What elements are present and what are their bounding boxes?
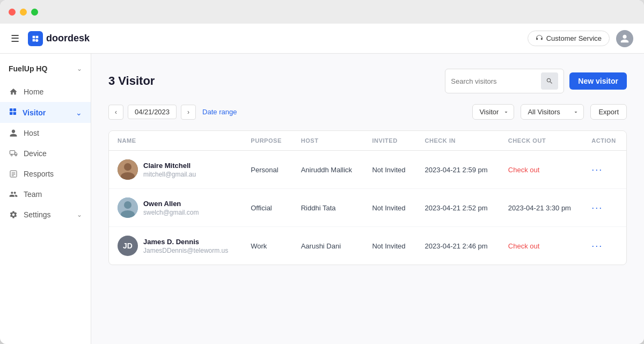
sidebar-item-team[interactable]: Team	[0, 184, 91, 204]
visitor-icon	[9, 107, 17, 118]
host-label: Host	[24, 129, 39, 137]
reports-icon	[9, 169, 18, 179]
visitor-name: Claire Mitchell	[143, 162, 196, 170]
close-button[interactable]	[9, 9, 16, 16]
svg-rect-2	[10, 112, 12, 115]
customer-service-button[interactable]: Customer Service	[528, 31, 610, 46]
action-cell[interactable]: ···	[583, 189, 626, 227]
svg-rect-7	[10, 171, 17, 177]
date-range-link[interactable]: Date range	[202, 108, 237, 116]
titlebar	[0, 0, 644, 24]
visitor-chevron-icon: ⌄	[76, 108, 82, 117]
visitor-cell: JD James D. Dennis JamesDDennis@teleworm…	[118, 236, 233, 256]
purpose-cell: Official	[242, 189, 292, 227]
checkout-cell[interactable]: Check out	[500, 151, 583, 189]
workspace-name: FuelUp HQ	[9, 64, 47, 73]
settings-label: Settings	[24, 210, 51, 219]
nav-right: Customer Service	[528, 30, 633, 47]
checkout-link[interactable]: Check out	[508, 166, 540, 174]
more-button[interactable]: ···	[591, 240, 603, 252]
app-container: ☰ doordesk Customer Service	[0, 24, 644, 344]
col-checkin: CHECK IN	[416, 131, 500, 151]
search-button[interactable]	[541, 72, 558, 90]
avatar: JD	[118, 236, 138, 256]
search-box	[445, 69, 564, 93]
visitor-type-select[interactable]: Visitor Host	[472, 104, 514, 120]
sidebar: FuelUp HQ ⌄ Home	[0, 54, 91, 344]
next-date-button[interactable]: ›	[181, 105, 196, 120]
hamburger-icon[interactable]: ☰	[11, 33, 19, 45]
invited-cell: Not Invited	[363, 151, 416, 189]
sidebar-item-host[interactable]: Host	[0, 123, 91, 143]
search-icon	[546, 77, 553, 85]
visitor-cell: Claire Mitchell mitchell@gmail.au	[118, 159, 233, 180]
visitor-table: NAME PURPOSE HOST INVITED CHECK IN CHECK…	[109, 131, 626, 265]
checkout-cell: 2023-04-21 3:30 pm	[500, 189, 583, 227]
sidebar-item-device[interactable]: Device	[0, 143, 91, 164]
checkin-cell: 2023-04-21 2:59 pm	[416, 151, 500, 189]
host-cell: Aarushi Dani	[292, 227, 364, 265]
visitor-email: swelch@gmail.com	[143, 209, 199, 216]
search-input[interactable]	[451, 77, 537, 85]
export-button[interactable]: Export	[590, 104, 627, 120]
checkout-link[interactable]: Check out	[508, 242, 540, 250]
top-nav: ☰ doordesk Customer Service	[0, 24, 644, 54]
main-header: 3 Visitor New visitor	[108, 69, 627, 93]
action-cell[interactable]: ···	[583, 227, 626, 265]
device-icon	[9, 149, 18, 158]
team-icon	[9, 189, 18, 199]
table-header: NAME PURPOSE HOST INVITED CHECK IN CHECK…	[109, 131, 626, 151]
page-title: 3 Visitor	[108, 74, 155, 88]
sidebar-item-home[interactable]: Home	[0, 82, 91, 102]
visitor-filter-select[interactable]: All Visitors Checked In Checked Out	[521, 104, 584, 120]
visitor-info: James D. Dennis JamesDDennis@teleworm.us	[143, 238, 228, 254]
sidebar-item-reports[interactable]: Resports	[0, 164, 91, 184]
visitor-email: JamesDDennis@teleworm.us	[143, 247, 228, 254]
sidebar-item-settings[interactable]: Settings ⌄	[0, 204, 91, 225]
purpose-cell: Personal	[242, 151, 292, 189]
svg-point-5	[11, 155, 12, 156]
home-icon	[9, 87, 18, 97]
svg-rect-0	[10, 108, 12, 111]
col-purpose: PURPOSE	[242, 131, 292, 151]
date-display: 04/21/2023	[128, 105, 177, 119]
avatar-image	[118, 197, 138, 218]
team-label: Team	[24, 190, 42, 199]
avatar	[118, 197, 138, 218]
invited-cell: Not Invited	[363, 189, 416, 227]
sidebar-item-visitor[interactable]: Visitor ⌄	[0, 102, 91, 123]
nav-left: ☰ doordesk	[11, 31, 90, 46]
more-button[interactable]: ···	[591, 164, 603, 175]
svg-point-15	[124, 201, 131, 209]
settings-icon	[9, 210, 18, 219]
table-row: Owen Allen swelch@gmail.com Official Rid…	[109, 189, 626, 227]
action-cell[interactable]: ···	[583, 151, 626, 189]
visitor-label: Visitor	[23, 108, 46, 117]
minimize-button[interactable]	[20, 9, 27, 16]
host-cell: Riddhi Tata	[292, 189, 364, 227]
visitor-email: mitchell@gmail.au	[143, 171, 196, 178]
workspace-selector[interactable]: FuelUp HQ ⌄	[0, 62, 91, 82]
prev-date-button[interactable]: ‹	[108, 105, 123, 120]
checkin-cell: 2023-04-21 2:52 pm	[416, 189, 500, 227]
reports-label: Resports	[24, 170, 54, 178]
col-action: ACTION	[583, 131, 626, 151]
host-cell: Aniruddh Mallick	[292, 151, 364, 189]
user-avatar[interactable]	[616, 30, 633, 47]
maximize-button[interactable]	[31, 9, 38, 16]
svg-rect-1	[13, 108, 16, 111]
purpose-cell: Work	[242, 227, 292, 265]
checkout-cell[interactable]: Check out	[500, 227, 583, 265]
avatar-image	[118, 159, 138, 180]
svg-point-12	[124, 163, 131, 171]
visitor-info: Owen Allen swelch@gmail.com	[143, 200, 199, 216]
svg-rect-3	[13, 112, 16, 115]
table-row: Claire Mitchell mitchell@gmail.au Person…	[109, 151, 626, 189]
avatar	[118, 159, 138, 180]
new-visitor-button[interactable]: New visitor	[569, 72, 627, 90]
main-content: 3 Visitor New visitor	[91, 54, 644, 344]
device-label: Device	[24, 149, 47, 158]
home-label: Home	[24, 87, 43, 96]
app-window: ☰ doordesk Customer Service	[0, 0, 644, 344]
more-button[interactable]: ···	[591, 202, 603, 214]
